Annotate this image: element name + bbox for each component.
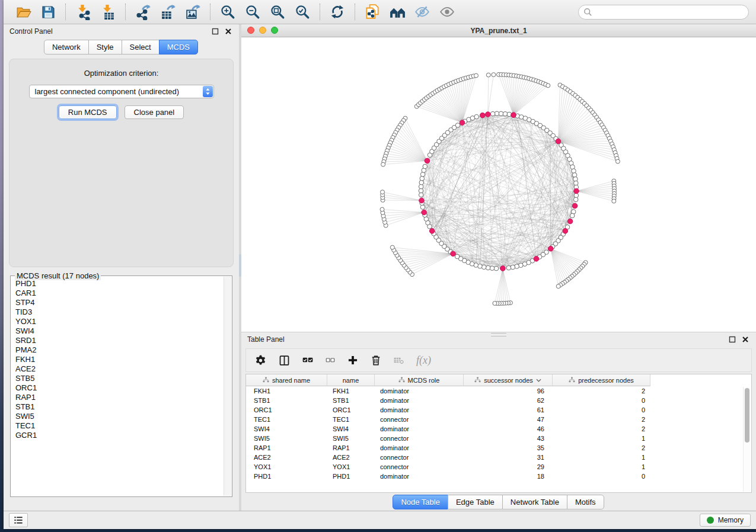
table-row[interactable]: SWI5SWI5connector431 — [246, 434, 751, 443]
table-cell[interactable]: ORC1 — [246, 406, 327, 414]
close-panel-icon[interactable] — [224, 27, 233, 36]
mcds-node-item[interactable]: ACE2 — [15, 364, 224, 374]
mcds-hub-node[interactable] — [500, 266, 506, 271]
add-column-icon[interactable] — [347, 354, 359, 366]
mcds-hub-node[interactable] — [429, 229, 435, 234]
mcds-hub-node[interactable] — [486, 112, 491, 117]
table-cell[interactable]: STB1 — [246, 397, 327, 404]
network-node[interactable] — [572, 173, 577, 178]
table-cell[interactable]: 0 — [553, 397, 650, 404]
table-row[interactable]: TEC1TEC1connector472 — [246, 415, 751, 424]
table-panel-grip[interactable] — [491, 333, 506, 336]
network-leaf-node[interactable] — [380, 207, 384, 211]
table-cell[interactable]: dominator — [375, 397, 464, 404]
column-header-name[interactable]: name — [327, 374, 375, 386]
network-node[interactable] — [570, 213, 575, 218]
deselect-all-columns-icon[interactable] — [325, 355, 336, 366]
table-cell[interactable]: ACE2 — [327, 454, 375, 461]
mcds-node-item[interactable]: ORC1 — [15, 383, 224, 393]
mcds-node-item[interactable]: GCR1 — [15, 431, 224, 440]
table-row[interactable]: PHD1PHD1dominator180 — [246, 472, 751, 481]
hide-selected-icon[interactable] — [410, 2, 435, 22]
import-network-icon[interactable] — [71, 2, 95, 22]
mcds-hub-node[interactable] — [567, 219, 573, 224]
run-mcds-button[interactable]: Run MCDS — [59, 105, 117, 119]
table-cell[interactable]: 46 — [464, 425, 553, 432]
mcds-node-item[interactable]: SWI4 — [15, 326, 224, 336]
tab-network[interactable]: Network — [44, 40, 89, 55]
refresh-view-icon[interactable] — [325, 2, 350, 22]
network-node[interactable] — [474, 114, 479, 119]
mcds-hub-node[interactable] — [563, 229, 568, 234]
network-leaf-node[interactable] — [390, 245, 394, 249]
mcds-node-item[interactable]: TEC1 — [15, 421, 224, 431]
table-cell[interactable]: connector — [375, 435, 464, 442]
export-table-icon[interactable] — [155, 2, 180, 22]
network-node[interactable] — [455, 123, 460, 128]
network-leaf-node[interactable] — [546, 84, 550, 88]
columns-icon[interactable] — [278, 354, 291, 367]
table-cell[interactable]: 1 — [553, 463, 650, 470]
mcds-hub-node[interactable] — [451, 251, 456, 257]
mcds-hub-node[interactable] — [460, 120, 465, 126]
table-cell[interactable]: dominator — [375, 473, 464, 480]
table-cell[interactable]: 0 — [553, 406, 650, 414]
mcds-result-list[interactable]: PHD1CAR1STP4TID3YOX1SWI4SRD1PMA2FKH1ACE2… — [12, 277, 224, 495]
duplicate-network-icon[interactable] — [360, 2, 385, 22]
float-panel-icon[interactable] — [210, 27, 220, 36]
network-leaf-node[interactable] — [493, 302, 497, 306]
table-cell[interactable]: 2 — [553, 425, 650, 432]
table-row[interactable]: STB1STB1dominator620 — [246, 396, 751, 405]
mcds-node-item[interactable]: YOX1 — [15, 317, 224, 326]
mcds-hub-node[interactable] — [548, 246, 553, 251]
table-cell[interactable]: SWI5 — [327, 435, 375, 442]
network-node[interactable] — [419, 193, 423, 197]
first-neighbors-icon[interactable] — [385, 2, 410, 22]
tab-mcds[interactable]: MCDS — [159, 40, 198, 55]
network-leaf-node[interactable] — [381, 190, 385, 194]
network-node[interactable] — [515, 264, 519, 269]
mcds-hub-node[interactable] — [422, 210, 427, 215]
table-cell[interactable]: SWI4 — [246, 425, 327, 432]
mcds-node-item[interactable]: PHD1 — [15, 279, 224, 289]
table-cell[interactable]: 2 — [553, 444, 650, 451]
mcds-node-item[interactable]: RAP1 — [15, 393, 224, 402]
close-window-icon[interactable] — [247, 27, 254, 34]
table-cell[interactable]: 61 — [464, 406, 553, 414]
network-leaf-node[interactable] — [492, 73, 496, 77]
table-scrollbar[interactable] — [743, 387, 751, 492]
table-row[interactable]: YOX1YOX1connector291 — [246, 462, 751, 472]
table-row[interactable]: SWI4SWI4dominator462 — [246, 424, 751, 434]
mcds-hub-node[interactable] — [511, 113, 516, 118]
table-cell[interactable]: dominator — [375, 444, 464, 451]
table-cell[interactable]: 2 — [553, 387, 650, 395]
network-node[interactable] — [419, 180, 424, 185]
network-node[interactable] — [420, 176, 425, 181]
network-node[interactable] — [573, 177, 578, 181]
table-cell[interactable]: 1 — [553, 454, 650, 461]
table-cell[interactable]: RAP1 — [246, 444, 327, 451]
mcds-node-item[interactable]: SRD1 — [15, 336, 224, 345]
column-header-successor-nodes[interactable]: successor nodes — [464, 374, 553, 386]
close-table-panel-icon[interactable] — [741, 335, 750, 344]
table-cell[interactable]: 47 — [464, 416, 553, 423]
float-table-panel-icon[interactable] — [728, 335, 737, 344]
network-node[interactable] — [506, 265, 511, 270]
tab-motifs[interactable]: Motifs — [567, 495, 604, 509]
tab-style[interactable]: Style — [88, 40, 122, 55]
table-cell[interactable]: YOX1 — [246, 463, 327, 470]
network-node[interactable] — [419, 188, 423, 193]
table-row[interactable]: FKH1FKH1dominator962 — [246, 386, 751, 396]
mcds-hub-node[interactable] — [572, 203, 578, 209]
delete-column-icon[interactable] — [370, 354, 382, 366]
mcds-node-item[interactable]: STB1 — [15, 402, 224, 412]
mcds-list-scrollbar[interactable] — [224, 277, 231, 496]
table-scrollbar-thumb[interactable] — [745, 388, 749, 443]
network-leaf-node[interactable] — [474, 73, 479, 78]
select-all-columns-icon[interactable] — [302, 354, 314, 366]
tab-select[interactable]: Select — [122, 40, 160, 55]
maximize-window-icon[interactable] — [271, 27, 278, 34]
table-cell[interactable]: ACE2 — [246, 454, 327, 461]
table-cell[interactable]: PHD1 — [327, 473, 375, 480]
table-cell[interactable]: TEC1 — [246, 416, 327, 423]
